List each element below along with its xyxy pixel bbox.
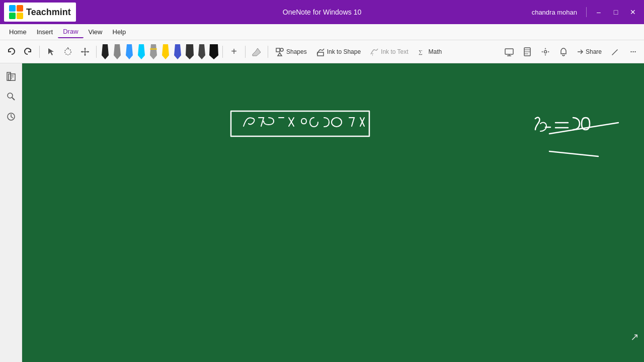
pen-yellow[interactable] — [160, 44, 171, 60]
svg-point-36 — [544, 50, 546, 53]
menu-view[interactable]: View — [84, 26, 108, 38]
svg-marker-13 — [114, 44, 121, 59]
ink-to-text-icon: T — [370, 47, 379, 56]
svg-point-43 — [8, 93, 13, 98]
separator-5 — [268, 46, 268, 58]
svg-marker-21 — [198, 44, 205, 59]
menu-home[interactable]: Home — [4, 26, 32, 38]
select-tool[interactable] — [43, 44, 59, 60]
svg-rect-1 — [17, 5, 23, 12]
notification-button[interactable] — [555, 44, 572, 60]
lasso-icon — [63, 47, 72, 56]
svg-marker-9 — [84, 54, 86, 56]
svg-marker-22 — [209, 44, 218, 59]
notebook-button[interactable] — [519, 44, 535, 60]
title-bar: Teachmint OneNote for Windows 10 chandra… — [0, 0, 644, 24]
pen-cyan[interactable] — [136, 44, 147, 60]
separator-2 — [96, 46, 97, 58]
pen-gray[interactable] — [112, 44, 123, 60]
pan-tool[interactable] — [77, 44, 93, 60]
pen-gray2[interactable] — [148, 44, 159, 60]
minimize-button[interactable]: – — [592, 5, 606, 19]
svg-marker-15 — [138, 44, 145, 59]
svg-rect-26 — [317, 52, 324, 56]
pen-blue[interactable] — [124, 44, 135, 60]
logo-text: Teachmint — [26, 7, 71, 18]
menu-help[interactable]: Help — [108, 26, 131, 38]
pen-dark[interactable] — [196, 44, 207, 60]
menu-bar: Home Insert Draw View Help — [0, 24, 644, 40]
undo-icon — [7, 47, 16, 56]
search-icon — [6, 92, 16, 102]
titlebar-right: chandra mohan – □ ✕ — [532, 5, 640, 19]
svg-text:∑: ∑ — [419, 49, 423, 55]
ink-to-shape-label: Ink to Shape — [327, 48, 361, 55]
notification-icon — [559, 47, 568, 56]
svg-rect-29 — [505, 49, 513, 54]
separator-3 — [222, 46, 223, 58]
toolbar: + Shapes Ink to Shape T Ink to Text — [0, 40, 644, 63]
app-title: OneNote for Windows 10 — [283, 8, 361, 16]
sidebar-history[interactable] — [2, 108, 20, 126]
pen-black[interactable] — [100, 44, 111, 60]
menu-insert[interactable]: Insert — [32, 26, 58, 38]
share-icon — [577, 48, 584, 55]
logo-icon — [9, 5, 23, 19]
ink-to-shape-icon — [316, 47, 325, 56]
ink-to-text-label: Ink to Text — [381, 48, 408, 55]
title-divider — [586, 7, 587, 17]
separator-1 — [39, 46, 40, 58]
svg-marker-19 — [174, 44, 181, 59]
close-button[interactable]: ✕ — [626, 5, 640, 19]
redo-icon — [24, 47, 33, 56]
eraser-icon — [252, 47, 262, 56]
history-icon — [6, 112, 16, 122]
settings-icon — [541, 47, 550, 56]
screen-share-icon — [505, 47, 514, 56]
screen-share-button[interactable] — [501, 44, 517, 60]
svg-rect-2 — [9, 13, 16, 19]
pages-icon — [6, 71, 16, 81]
main-area: ↗ — [0, 63, 644, 362]
svg-point-4 — [65, 49, 71, 55]
more-button[interactable]: ··· — [625, 44, 641, 60]
svg-marker-12 — [102, 44, 109, 59]
add-pen-button[interactable]: + — [226, 44, 242, 60]
svg-marker-16 — [150, 44, 157, 59]
svg-marker-18 — [162, 44, 169, 59]
pen-mode-button[interactable] — [607, 44, 623, 60]
shapes-icon — [275, 47, 284, 56]
shapes-tool[interactable]: Shapes — [271, 46, 311, 58]
right-toolbar: Share ··· — [501, 44, 641, 60]
svg-rect-0 — [9, 5, 16, 12]
sidebar-pages[interactable] — [2, 67, 20, 85]
settings-button[interactable] — [537, 44, 553, 60]
share-button[interactable]: Share — [574, 47, 605, 57]
menu-draw[interactable]: Draw — [58, 26, 83, 38]
separator-4 — [245, 46, 246, 58]
redo-button[interactable] — [20, 44, 36, 60]
math-icon: ∑ — [418, 47, 427, 56]
canvas-area[interactable]: ↗ — [22, 63, 644, 362]
svg-point-24 — [280, 48, 283, 51]
share-label: Share — [586, 48, 602, 55]
svg-rect-23 — [276, 48, 280, 52]
titlebar-left: Teachmint — [4, 3, 86, 22]
pan-icon — [80, 47, 90, 56]
pen-black2[interactable] — [184, 44, 195, 60]
undo-button[interactable] — [3, 44, 19, 60]
ink-to-shape-tool[interactable]: Ink to Shape — [312, 46, 365, 58]
sidebar-search[interactable] — [2, 87, 20, 106]
svg-marker-25 — [278, 53, 282, 56]
lasso-tool[interactable] — [60, 44, 76, 60]
pen-black3[interactable] — [208, 44, 219, 60]
notebook-icon — [523, 47, 532, 56]
maximize-button[interactable]: □ — [609, 5, 623, 19]
ink-to-text-tool[interactable]: T Ink to Text — [366, 46, 412, 58]
svg-line-44 — [12, 98, 15, 100]
svg-marker-10 — [81, 51, 83, 53]
eraser-tool[interactable] — [249, 44, 265, 60]
pen-darkblue[interactable] — [172, 44, 183, 60]
svg-marker-8 — [84, 48, 86, 49]
math-tool[interactable]: ∑ Math — [414, 46, 446, 58]
